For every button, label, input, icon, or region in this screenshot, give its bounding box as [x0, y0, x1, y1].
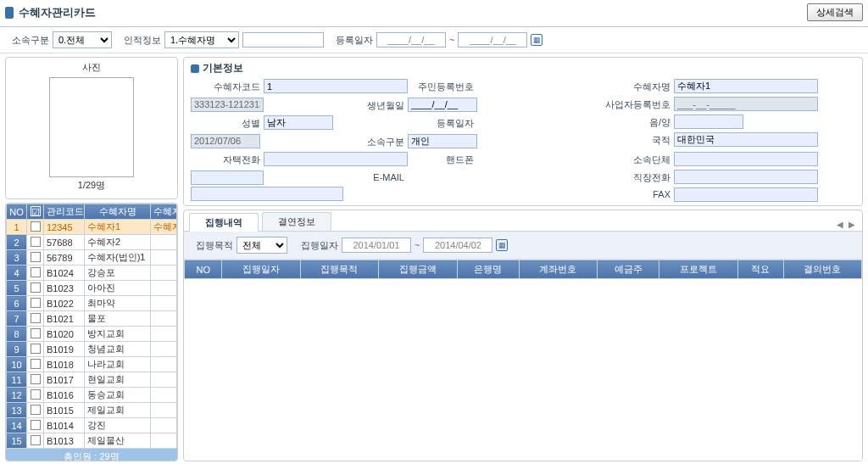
table-row[interactable]: 9B1019청념교회 — [7, 342, 177, 357]
personal-info-select[interactable]: 1.수혜자명 — [164, 31, 239, 48]
name-field[interactable] — [674, 79, 818, 93]
row-code: B1017 — [44, 372, 85, 388]
row-name: 나라교회 — [85, 357, 151, 372]
row-checkbox[interactable] — [27, 372, 44, 388]
row-code: 57688 — [44, 235, 85, 250]
basic-info-panel: 기본정보 수혜자코드 주민등록번호 생년월일 성별 등록일자 소속구분 — [183, 57, 863, 206]
detail-col[interactable]: 결의번호 — [783, 260, 861, 279]
row-checkbox[interactable] — [27, 235, 44, 250]
row-checkbox[interactable] — [27, 220, 44, 235]
table-row[interactable]: 11B1017현일교회 — [7, 372, 177, 388]
advanced-search-button[interactable]: 상세검색 — [807, 3, 863, 21]
exec-purpose-select[interactable]: 전체 — [236, 237, 287, 254]
row-name: 수혜자2 — [85, 235, 151, 250]
table-row[interactable]: 7B1021물포 — [7, 311, 177, 327]
col-extra[interactable]: 수혜자 — [151, 204, 177, 220]
col-name[interactable]: 수혜자명 — [85, 204, 151, 220]
tilde2: ~ — [415, 240, 420, 250]
row-checkbox[interactable] — [27, 418, 44, 433]
search-text-input[interactable] — [242, 32, 324, 48]
table-row[interactable]: 356789수혜자(법인)1 — [7, 250, 177, 266]
row-checkbox[interactable] — [27, 266, 44, 281]
homep-field[interactable] — [264, 152, 408, 166]
mobile-field[interactable] — [191, 171, 264, 185]
regdate-from-input[interactable] — [376, 32, 446, 48]
detail-col[interactable]: 계좌번호 — [519, 260, 597, 279]
row-extra — [151, 327, 177, 342]
birth-field[interactable] — [408, 98, 477, 112]
section-bullet-icon — [191, 64, 199, 73]
workp-field[interactable] — [674, 170, 818, 184]
detail-col[interactable]: 예금주 — [598, 260, 659, 279]
detail-col[interactable]: 집행일자 — [222, 260, 300, 279]
nation-field[interactable] — [674, 132, 818, 147]
table-row[interactable]: 8B1020방지교회 — [7, 327, 177, 342]
row-checkbox[interactable] — [27, 388, 44, 403]
col-no: NO — [7, 204, 27, 220]
tilde: ~ — [449, 35, 454, 45]
gender-field[interactable] — [264, 115, 333, 130]
row-checkbox[interactable] — [27, 433, 44, 449]
row-checkbox[interactable] — [27, 327, 44, 342]
row-code: B1015 — [44, 403, 85, 418]
rrn-field[interactable] — [191, 98, 264, 112]
table-row[interactable]: 4B1024강승포 — [7, 266, 177, 281]
row-checkbox[interactable] — [27, 250, 44, 266]
group-select[interactable]: 0.전체 — [53, 31, 112, 48]
row-extra — [151, 388, 177, 403]
detail-col[interactable]: 적요 — [737, 260, 783, 279]
detail-grid-body — [184, 279, 862, 461]
table-row[interactable]: 13B1015제일교회 — [7, 403, 177, 418]
regdate-field[interactable] — [191, 134, 260, 148]
fax-field[interactable] — [674, 187, 818, 202]
table-row[interactable]: 5B1023아아진 — [7, 281, 177, 296]
col-checkbox[interactable]: ☑ — [27, 204, 44, 220]
photo-label: 사진 — [82, 61, 101, 74]
lunar-field[interactable] — [674, 115, 743, 129]
org-field[interactable] — [674, 152, 818, 166]
detail-col[interactable]: 집행목적 — [300, 260, 378, 279]
table-row[interactable]: 10B1018나라교회 — [7, 357, 177, 372]
row-checkbox[interactable] — [27, 357, 44, 372]
email-field[interactable] — [191, 187, 343, 201]
row-checkbox[interactable] — [27, 296, 44, 311]
calendar-icon[interactable]: ▦ — [531, 34, 542, 46]
table-row[interactable]: 112345수혜자1수혜자 — [7, 220, 177, 235]
code-field[interactable] — [264, 79, 408, 93]
row-code: B1018 — [44, 357, 85, 372]
table-row[interactable]: 15B1013제일물산 — [7, 433, 177, 449]
detail-col[interactable]: 프로젝트 — [659, 260, 737, 279]
tab-nav-prev-icon[interactable]: ◀ — [835, 220, 845, 229]
row-checkbox[interactable] — [27, 281, 44, 296]
brn-field[interactable] — [674, 97, 818, 111]
tab-execution-history[interactable]: 집행내역 — [189, 213, 259, 232]
exec-purpose-label: 집행목적 — [196, 239, 233, 252]
table-row[interactable]: 6B1022최마약 — [7, 296, 177, 311]
row-extra — [151, 433, 177, 449]
row-no: 15 — [7, 433, 27, 449]
tab-nav-next-icon[interactable]: ▶ — [847, 220, 857, 229]
col-code[interactable]: 관리코드 — [44, 204, 85, 220]
table-row[interactable]: 257688수혜자2 — [7, 235, 177, 250]
page-title: 수혜자관리카드 — [19, 5, 96, 20]
exec-date-label: 집행일자 — [301, 239, 338, 252]
tab-sponsorship-info[interactable]: 결연정보 — [262, 212, 331, 231]
name-label: 수혜자명 — [596, 79, 674, 95]
calendar-icon-2[interactable]: ▦ — [496, 239, 508, 251]
regdate-to-input[interactable] — [458, 32, 527, 48]
exec-date-to[interactable] — [423, 238, 492, 253]
detail-col[interactable]: 은행명 — [457, 260, 519, 279]
exec-date-from[interactable] — [342, 238, 411, 253]
filter-regdate-label: 등록일자 — [336, 34, 373, 47]
detail-col[interactable]: 집행금액 — [379, 260, 457, 279]
row-checkbox[interactable] — [27, 342, 44, 357]
table-row[interactable]: 14B1014강진 — [7, 418, 177, 433]
row-name: 최마약 — [85, 296, 151, 311]
row-extra — [151, 357, 177, 372]
detail-col[interactable]: NO — [185, 260, 222, 279]
grid-footer: 총인원 : 29명 — [6, 449, 177, 461]
grp-field[interactable] — [408, 134, 477, 148]
table-row[interactable]: 12B1016동승교회 — [7, 388, 177, 403]
row-checkbox[interactable] — [27, 311, 44, 327]
row-checkbox[interactable] — [27, 403, 44, 418]
